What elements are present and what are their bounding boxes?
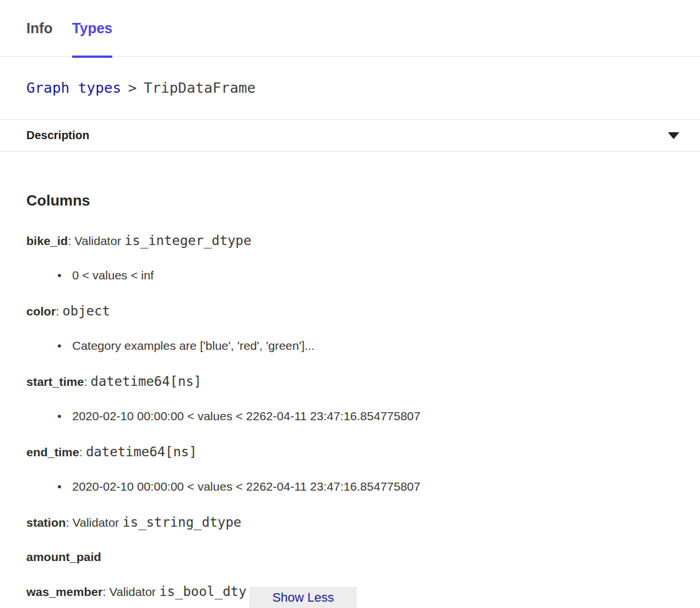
column-term-was-member: was_member: Validator is_bool_dtyShow Le… <box>26 584 674 608</box>
breadcrumb-current: TripDataFrame <box>144 80 256 96</box>
column-constraint-end-time: • 2020-02-10 00:00:00 < values < 2262-04… <box>57 479 674 494</box>
constraint-text: 0 < values < inf <box>72 268 154 283</box>
columns-heading: Columns <box>26 192 674 209</box>
constraint-text: Category examples are ['blue', 'red', 'g… <box>72 338 314 353</box>
breadcrumb-separator: > <box>128 80 137 96</box>
column-term-amount-paid: amount_paid <box>26 550 674 564</box>
column-type: is_string_dtype <box>123 515 242 530</box>
column-name: start_time <box>26 375 84 388</box>
column-name: station <box>26 516 66 529</box>
column-constraint-color: • Category examples are ['blue', 'red', … <box>57 338 674 353</box>
column-separator: : <box>84 375 91 388</box>
bullet-icon: • <box>57 479 72 494</box>
column-validator-prefix: Validator <box>109 585 159 598</box>
bullet-icon: • <box>57 338 72 353</box>
tab-types[interactable]: Types <box>72 0 112 56</box>
bullet-icon: • <box>57 409 72 424</box>
column-term-end-time: end_time: datetime64[ns] <box>26 444 674 460</box>
column-separator: : <box>68 234 74 247</box>
columns-section: Columns bike_id: Validator is_integer_dt… <box>0 152 700 608</box>
column-type: datetime64[ns] <box>91 374 202 389</box>
column-name: was_member <box>26 585 103 598</box>
column-name: end_time <box>26 445 79 459</box>
bullet-icon: • <box>57 268 72 283</box>
breadcrumb-link-graph-types[interactable]: Graph types <box>26 80 121 96</box>
column-type: is_integer_dtype <box>124 233 251 248</box>
column-name: color <box>26 305 56 318</box>
column-term-bike-id: bike_id: Validator is_integer_dtype <box>26 233 674 248</box>
show-less-button[interactable]: Show Less <box>249 587 357 608</box>
column-separator: : <box>56 305 62 318</box>
constraint-text: 2020-02-10 00:00:00 < values < 2262-04-1… <box>72 409 420 424</box>
column-constraint-start-time: • 2020-02-10 00:00:00 < values < 2262-04… <box>57 409 674 424</box>
column-validator-prefix: Validator <box>73 516 123 529</box>
column-validator-prefix: Validator <box>74 234 124 247</box>
column-term-color: color: object <box>26 303 674 319</box>
column-type: object <box>62 303 110 318</box>
column-constraint-bike-id: • 0 < values < inf <box>57 268 674 283</box>
column-separator: : <box>103 585 109 598</box>
column-type: is_bool_dty <box>159 584 246 599</box>
column-separator: : <box>79 445 86 459</box>
constraint-text: 2020-02-10 00:00:00 < values < 2262-04-1… <box>72 479 420 494</box>
column-name: bike_id <box>26 234 68 247</box>
column-type: datetime64[ns] <box>86 444 197 459</box>
column-term-station: station: Validator is_string_dtype <box>26 515 674 530</box>
description-accordion[interactable]: Description <box>0 120 700 152</box>
description-title: Description <box>26 129 89 142</box>
column-term-start-time: start_time: datetime64[ns] <box>26 374 674 389</box>
column-separator: : <box>66 516 73 529</box>
column-name: amount_paid <box>26 550 101 563</box>
breadcrumb: Graph types > TripDataFrame <box>0 57 700 120</box>
tab-bar: Info Types <box>0 0 700 57</box>
tab-info[interactable]: Info <box>26 0 53 56</box>
caret-down-icon[interactable] <box>668 132 679 139</box>
